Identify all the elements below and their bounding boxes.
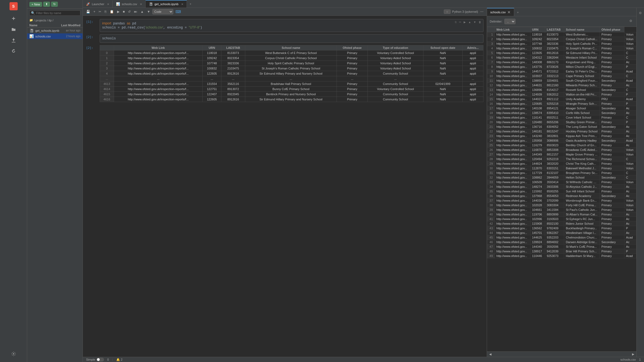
csv-scroll-left[interactable]: ◀	[489, 353, 491, 356]
table-row[interactable]: 4613http://www.ofsted.gov.uk/inspection-…	[100, 81, 483, 87]
list-item[interactable]: 48http://www.ofsted.gov...1389179412039B…	[487, 249, 636, 254]
tab-notebook[interactable]: 📓 get_schools.ipynb ✕	[146, 0, 187, 8]
table-row[interactable]: 2http://www.ofsted.gov.uk/inspection-rep…	[100, 61, 483, 66]
csv-tab-add[interactable]: +	[514, 9, 522, 16]
cell-down-btn[interactable]: ▼	[473, 20, 477, 24]
cell-run-btn[interactable]: ▶	[463, 20, 467, 24]
list-item[interactable]: 10http://www.ofsted.gov...1039373332113C…	[487, 74, 636, 78]
table-row[interactable]: 4614http://www.ofsted.gov.uk/inspection-…	[100, 87, 483, 92]
list-item[interactable]: 23http://www.ofsted.gov...1432403832801K…	[487, 134, 636, 138]
list-item[interactable]: 14http://www.ofsted.gov...1249399362012W…	[487, 92, 636, 97]
list-item[interactable]: 7http://www.ofsted.gov...1483088863173Ki…	[487, 60, 636, 65]
tab-notebook-close[interactable]: ✕	[181, 3, 183, 6]
list-item[interactable]: 49http://www.ofsted.gov...1104469253073H…	[487, 254, 636, 258]
list-item[interactable]: 22http://www.ofsted.gov...1461818815247H…	[487, 129, 636, 134]
run-button[interactable]: ▶	[116, 9, 121, 14]
list-item[interactable]: 40http://www.ofsted.gov...1197068893999S…	[487, 212, 636, 217]
cell-copy-btn[interactable]: ⎘	[454, 20, 457, 24]
list-item[interactable]: 16http://www.ofsted.gov...1206859255218W…	[487, 101, 636, 106]
file-item-csv[interactable]: 📊 schools.csv 2 hours ago	[27, 33, 83, 39]
list-item[interactable]: 13http://www.ofsted.gov...1368968154217R…	[487, 88, 636, 92]
list-item[interactable]: 12http://www.ofsted.gov...1446318812160M…	[487, 83, 636, 88]
restart-button[interactable]: ↺	[127, 9, 132, 14]
list-item[interactable]: 19http://www.ofsted.gov...1161418502511C…	[487, 115, 636, 120]
list-item[interactable]: 18http://www.ofsted.gov...1385748395410C…	[487, 111, 636, 115]
list-item[interactable]: 21http://www.ofsted.gov...1367168304052T…	[487, 125, 636, 129]
list-item[interactable]: 46http://www.ofsted.gov...1399248894002D…	[487, 240, 636, 244]
list-item[interactable]: 39http://www.ofsted.gov...1046613411584S…	[487, 208, 636, 212]
table-row[interactable]: 1http://www.ofsted.gov.uk/inspection-rep…	[100, 56, 483, 61]
list-item[interactable]: 38http://www.ofsted.gov...1020283083304F…	[487, 203, 636, 208]
list-item[interactable]: 17http://www.ofsted.gov...1401088954121A…	[487, 106, 636, 111]
refresh-icon-btn[interactable]: ↻	[51, 2, 58, 7]
refresh-button[interactable]	[9, 46, 18, 56]
cell-2-content[interactable]: schools	[100, 34, 483, 43]
list-item[interactable]: 33http://www.ofsted.gov...1065093593414S…	[487, 180, 636, 185]
list-item[interactable]: 15http://www.ofsted.gov...1440238921112U…	[487, 97, 636, 101]
csv-scroll-right[interactable]: ▶	[632, 353, 634, 356]
paste-button[interactable]: 📋	[109, 9, 115, 14]
settings-icon[interactable]	[9, 349, 18, 359]
list-item[interactable]: 28http://www.ofsted.gov...1204949252219T…	[487, 157, 636, 161]
list-item[interactable]: 44http://www.ofsted.gov...1457019362267W…	[487, 231, 636, 235]
save-button[interactable]: 💾	[85, 9, 91, 14]
kernel-dots-button[interactable]: ⋯	[479, 9, 485, 14]
list-item[interactable]: 36http://www.ofsted.gov...1379688554053R…	[487, 194, 636, 198]
list-item[interactable]: 8http://www.ofsted.gov...1437768733026Mi…	[487, 65, 636, 69]
csv-file-tab[interactable]: schools.csv ✕	[487, 8, 514, 16]
list-item[interactable]: 5http://www.ofsted.gov...1226058912616Si…	[487, 51, 636, 55]
list-item[interactable]: 31http://www.ofsted.gov...1177298132107B…	[487, 171, 636, 175]
table-row[interactable]: ...........................	[100, 76, 483, 81]
list-item[interactable]: 45http://www.ofsted.gov...1446259352203C…	[487, 235, 636, 240]
cut-button[interactable]: ✂	[98, 9, 102, 14]
tab-add-button[interactable]: +	[187, 1, 194, 8]
upload-icon-btn[interactable]: ⬆	[43, 2, 50, 7]
csv-settings-icon[interactable]: ⚙	[628, 18, 634, 24]
cell-del-btn[interactable]: 🗑	[478, 20, 482, 24]
table-row[interactable]: 4616http://www.ofsted.gov.uk/inspection-…	[100, 97, 483, 102]
list-item[interactable]: 1http://www.ofsted.gov...1180188133073We…	[487, 32, 636, 37]
table-row[interactable]: 4615http://www.ofsted.gov.uk/inspection-…	[100, 92, 483, 97]
list-item[interactable]: 37http://www.ofsted.gov...1440363702099W…	[487, 198, 636, 203]
cell-up-btn[interactable]: ▲	[467, 20, 472, 24]
tab-csv[interactable]: 📊 schools.csv ✕	[113, 1, 146, 8]
folder-button[interactable]	[9, 24, 18, 34]
cell-type-select[interactable]: CodeMarkdownRaw	[152, 9, 173, 14]
notebook-content[interactable]: [1]: ⎘ ✂ ▶ ▲ ▼ 🗑 import pandas as pd	[83, 16, 487, 357]
list-item[interactable]: 20http://www.ofsted.gov...1264808655206S…	[487, 120, 636, 125]
list-item[interactable]: 34http://www.ofsted.gov...1482743933306S…	[487, 185, 636, 189]
tab-launcher-close[interactable]: ✕	[107, 3, 109, 6]
restart-run-button[interactable]: ⏭	[133, 9, 138, 14]
list-item[interactable]: 9http://www.ofsted.gov...1445718723312Ea…	[487, 69, 636, 74]
list-item[interactable]: 24http://www.ofsted.gov...1359583086906O…	[487, 138, 636, 143]
list-item[interactable]: 42http://www.ofsted.gov...1159088502100R…	[487, 221, 636, 226]
list-item[interactable]: 11http://www.ofsted.gov...1388593204001S…	[487, 78, 636, 83]
add-cell-button[interactable]: +	[92, 9, 96, 14]
mode-toggle[interactable]	[96, 358, 104, 361]
list-item[interactable]: 3http://www.ofsted.gov...1077483823336Ho…	[487, 42, 636, 46]
command-palette-button[interactable]: ⌨	[174, 9, 182, 14]
list-item[interactable]: 6http://www.ofsted.gov...1043123362044We…	[487, 55, 636, 60]
file-item-notebook[interactable]: 📓 get_schools.ipynb an hour ago	[27, 28, 83, 33]
list-item[interactable]: 43http://www.ofsted.gov...1365629782409B…	[487, 226, 636, 231]
tab-launcher[interactable]: 🚀 Launcher ✕	[83, 1, 113, 8]
tab-csv-close[interactable]: ✕	[140, 3, 142, 6]
csv-close-btn[interactable]: ✕	[507, 10, 511, 14]
delimiter-select[interactable]: ,;\t|	[504, 19, 516, 24]
list-item[interactable]: 25http://www.ofsted.gov...1162798503023B…	[487, 143, 636, 148]
list-item[interactable]: 2http://www.ofsted.gov...1092428023354Co…	[487, 37, 636, 42]
right-settings-btn[interactable]: ⚙	[637, 10, 643, 16]
search-input[interactable]	[29, 10, 80, 16]
new-button[interactable]: + New	[29, 2, 42, 7]
copy-button[interactable]: ⎘	[103, 9, 108, 14]
list-item[interactable]: 29http://www.ofsted.gov...1448243832020C…	[487, 161, 636, 166]
cell-1-content[interactable]: ⎘ ✂ ▶ ▲ ▼ 🗑 import pandas as pd schools …	[100, 19, 483, 32]
list-item[interactable]: 41http://www.ofsted.gov...1029963193503S…	[487, 217, 636, 221]
list-item[interactable]: 47http://www.ofsted.gov...1443403592006S…	[487, 244, 636, 249]
table-row[interactable]: 0http://www.ofsted.gov.uk/inspection-rep…	[100, 50, 483, 56]
move-down-button[interactable]: ▼	[146, 9, 151, 14]
table-row[interactable]: 3http://www.ofsted.gov.uk/inspection-rep…	[100, 66, 483, 71]
stop-button[interactable]: ■	[122, 9, 126, 14]
list-item[interactable]: 26http://www.ofsted.gov...1168708853308B…	[487, 148, 636, 152]
new-file-button[interactable]	[9, 14, 18, 23]
